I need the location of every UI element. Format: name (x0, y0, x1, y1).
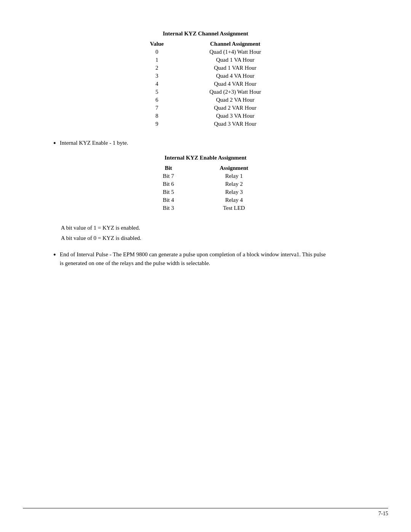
table-row: 6Quad 2 VA Hour (127, 96, 284, 104)
enable-bit-cell: Bit 6 (140, 180, 197, 188)
enable-bit-cell: Bit 3 (140, 204, 197, 212)
channel-value-cell: 9 (127, 120, 186, 128)
channel-assignment-cell: Quad 1 VA Hour (186, 56, 284, 64)
channel-assignment-cell: Quad 3 VAR Hour (186, 120, 284, 128)
bullet-dot-1: • (53, 139, 56, 148)
table-row: Bit 4Relay 4 (140, 196, 271, 204)
table-row: 8Quad 3 VA Hour (127, 112, 284, 120)
col-header-bit: Bit (140, 164, 197, 172)
table-row: 9Quad 3 VAR Hour (127, 120, 284, 128)
channel-value-cell: 0 (127, 48, 186, 56)
channel-value-cell: 4 (127, 80, 186, 88)
channel-value-cell: 3 (127, 72, 186, 80)
channel-assignment-cell: Quad 4 VA Hour (186, 72, 284, 80)
bullet-dot-2: • (53, 250, 56, 259)
kyz-channel-title: Internal KYZ Channel Assignment (46, 30, 365, 37)
channel-value-cell: 5 (127, 88, 186, 96)
table-row: 3Quad 4 VA Hour (127, 72, 284, 80)
bullet-text-2: End of Interval Pulse - The EPM 9800 can… (60, 250, 326, 267)
enable-bit-cell: Bit 7 (140, 172, 197, 180)
bullet-text-1: Internal KYZ Enable - 1 byte. (60, 139, 128, 147)
enable-bit-cell: Bit 5 (140, 188, 197, 196)
channel-assignment-cell: Quad 3 VA Hour (186, 112, 284, 120)
channel-assignment-cell: Quad 2 VAR Hour (186, 104, 284, 112)
kyz-channel-table: Value Channel Assignment 0Quad (1+4) Wat… (127, 40, 284, 128)
col-header-value: Value (127, 40, 186, 48)
table-row: 2Quad 1 VAR Hour (127, 64, 284, 72)
channel-assignment-cell: Quad (2+3) Watt Hour (186, 88, 284, 96)
table-row: 4Quad 4 VAR Hour (127, 80, 284, 88)
col-header-assignment: Channel Assignment (186, 40, 284, 48)
page-footer: 7-15 (0, 508, 411, 517)
enable-bit-cell: Bit 4 (140, 196, 197, 204)
kyz-enable-section: Internal KYZ Enable Assignment Bit Assig… (46, 155, 365, 212)
channel-assignment-cell: Quad (1+4) Watt Hour (186, 48, 284, 56)
channel-value-cell: 7 (127, 104, 186, 112)
kyz-channel-section: Internal KYZ Channel Assignment Value Ch… (46, 30, 365, 128)
channel-value-cell: 6 (127, 96, 186, 104)
enable-assignment-cell: Relay 4 (197, 196, 271, 204)
channel-value-cell: 1 (127, 56, 186, 64)
bit-note-line2: A bit value of 0 = KYZ is disabled. (61, 233, 365, 243)
channel-assignment-cell: Quad 2 VA Hour (186, 96, 284, 104)
table-row: Bit 5Relay 3 (140, 188, 271, 196)
kyz-enable-table: Bit Assignment Bit 7Relay 1Bit 6Relay 2B… (140, 164, 271, 212)
bit-notes: A bit value of 1 = KYZ is enabled. A bit… (61, 223, 365, 243)
enable-assignment-cell: Relay 3 (197, 188, 271, 196)
page: Internal KYZ Channel Assignment Value Ch… (0, 0, 411, 532)
table-row: 1Quad 1 VA Hour (127, 56, 284, 64)
table-row: Bit 7Relay 1 (140, 172, 271, 180)
channel-value-cell: 8 (127, 112, 186, 120)
table-row: Bit 6Relay 2 (140, 180, 271, 188)
page-number: 7-15 (23, 511, 388, 517)
footer-line (23, 508, 388, 508)
enable-assignment-cell: Relay 1 (197, 172, 271, 180)
table-row: 5Quad (2+3) Watt Hour (127, 88, 284, 96)
table-row: Bit 3Test LED (140, 204, 271, 212)
bullet-eoi-pulse: • End of Interval Pulse - The EPM 9800 c… (46, 250, 365, 267)
bullet-kyz-enable: • Internal KYZ Enable - 1 byte. (46, 139, 365, 148)
kyz-enable-title: Internal KYZ Enable Assignment (46, 155, 365, 161)
table-row: 7Quad 2 VAR Hour (127, 104, 284, 112)
channel-value-cell: 2 (127, 64, 186, 72)
enable-assignment-cell: Relay 2 (197, 180, 271, 188)
bit-note-line1: A bit value of 1 = KYZ is enabled. (61, 223, 365, 233)
col-header-enable-assignment: Assignment (197, 164, 271, 172)
channel-assignment-cell: Quad 1 VAR Hour (186, 64, 284, 72)
channel-assignment-cell: Quad 4 VAR Hour (186, 80, 284, 88)
enable-assignment-cell: Test LED (197, 204, 271, 212)
table-row: 0Quad (1+4) Watt Hour (127, 48, 284, 56)
